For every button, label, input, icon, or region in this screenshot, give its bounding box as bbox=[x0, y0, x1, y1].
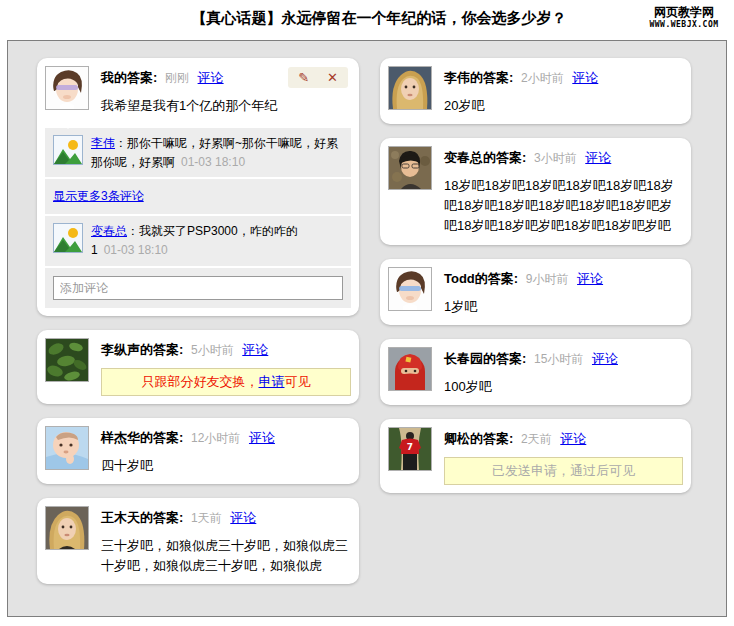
comment-separator: ： bbox=[115, 136, 127, 150]
close-icon[interactable]: ✕ bbox=[327, 71, 338, 84]
edit-icon[interactable]: ✎ bbox=[298, 71, 309, 84]
card-time: 刚刚 bbox=[165, 71, 189, 85]
watermark-name: 网页教学网 bbox=[636, 6, 732, 20]
notice-text: 只跟部分好友交换， bbox=[142, 374, 259, 389]
answer-text: 100岁吧 bbox=[444, 377, 683, 397]
notice-text: 可见 bbox=[285, 374, 311, 389]
card-time: 2小时前 bbox=[521, 71, 564, 85]
card-time: 12小时前 bbox=[191, 431, 240, 445]
apply-link[interactable]: 申请 bbox=[259, 374, 285, 389]
comments-section: 李伟：那你干嘛呢，好累啊~那你干嘛呢，好累那你呢，好累啊01-03 18:10 … bbox=[45, 128, 351, 307]
edit-strip: ✎ ✕ bbox=[288, 67, 348, 88]
comment-separator: ： bbox=[127, 224, 139, 238]
answer-card: 变春总的答案: 3小时前 评论 18岁吧18岁吧18岁吧18岁吧18岁吧18岁吧… bbox=[380, 138, 691, 244]
left-column: ✎ ✕ 我的答案: 刚刚 评论 我希望是我有1个亿的那个年纪 bbox=[37, 58, 359, 598]
comment-link[interactable]: 评论 bbox=[577, 271, 603, 286]
card-author: 王木天的答案: bbox=[101, 510, 183, 525]
answer-card: Todd的答案: 9小时前 评论 1岁吧 bbox=[380, 259, 691, 325]
photo-young-man-avatar[interactable] bbox=[388, 146, 432, 190]
card-time: 5小时前 bbox=[191, 343, 234, 357]
my-answer-card: ✎ ✕ 我的答案: 刚刚 评论 我希望是我有1个亿的那个年纪 bbox=[37, 58, 359, 316]
answer-text: 四十岁吧 bbox=[101, 456, 351, 476]
comment-link[interactable]: 评论 bbox=[560, 431, 586, 446]
card-author: 长春园的答案: bbox=[444, 351, 526, 366]
answer-text: 18岁吧18岁吧18岁吧18岁吧18岁吧18岁吧18岁吧18岁吧18岁吧18岁吧… bbox=[444, 176, 683, 236]
answer-card: 样杰华的答案: 12小时前 评论 四十岁吧 bbox=[37, 418, 359, 484]
photo-placeholder-icon bbox=[53, 223, 83, 253]
cartoon-girl-avatar[interactable] bbox=[388, 267, 432, 311]
show-more-row: 显示更多3条评论 bbox=[45, 179, 351, 214]
card-author: Todd的答案: bbox=[444, 271, 518, 286]
answers-panel: ✎ ✕ 我的答案: 刚刚 评论 我希望是我有1个亿的那个年纪 bbox=[7, 40, 727, 617]
photo-red-hat-avatar[interactable] bbox=[388, 347, 432, 391]
photo-blonde-woman-avatar[interactable] bbox=[388, 66, 432, 110]
answer-card: 李伟的答案: 2小时前 评论 20岁吧 bbox=[380, 58, 691, 124]
comment-link[interactable]: 评论 bbox=[592, 351, 618, 366]
card-author: 李纵声的答案: bbox=[101, 342, 183, 357]
photo-placeholder-icon bbox=[53, 135, 83, 165]
photo-baby-avatar[interactable] bbox=[45, 426, 89, 470]
comment-row: 李伟：那你干嘛呢，好累啊~那你干嘛呢，好累那你呢，好累啊01-03 18:10 bbox=[45, 128, 351, 177]
answer-card: 7 卿松的答案: 2天前 评论 已发送申请，通过后可见 bbox=[380, 419, 691, 493]
page-title: 【真心话题】永远停留在一个年纪的话，你会选多少岁？ bbox=[2, 0, 636, 28]
comment-link[interactable]: 评论 bbox=[230, 510, 256, 525]
answer-text: 三十岁吧，如狼似虎三十岁吧，如狼似虎三十岁吧，如狼似虎三十岁吧，如狼似虎 bbox=[101, 536, 351, 576]
comment-link[interactable]: 评论 bbox=[585, 150, 611, 165]
photo-green-leaves-avatar[interactable] bbox=[45, 338, 89, 382]
right-column: 李伟的答案: 2小时前 评论 20岁吧 变春总的答案: 3小时前 bbox=[380, 58, 691, 507]
comment-link[interactable]: 评论 bbox=[198, 70, 224, 85]
card-author: 样杰华的答案: bbox=[101, 430, 183, 445]
commenter-name-link[interactable]: 李伟 bbox=[91, 136, 115, 150]
bubble-tail bbox=[59, 119, 77, 129]
card-time: 9小时前 bbox=[526, 272, 569, 286]
answer-text: 我希望是我有1个亿的那个年纪 bbox=[101, 96, 351, 116]
comment-link[interactable]: 评论 bbox=[249, 430, 275, 445]
top-bar: 【真心话题】永远停留在一个年纪的话，你会选多少岁？ 网页教学网 WWW.WEBJ… bbox=[0, 0, 734, 40]
card-time: 1天前 bbox=[191, 511, 222, 525]
card-time: 3小时前 bbox=[534, 151, 577, 165]
answer-card: 长春园的答案: 15小时前 评论 100岁吧 bbox=[380, 339, 691, 405]
site-watermark: 网页教学网 WWW.WEBJX.COM bbox=[636, 0, 732, 29]
watermark-url: WWW.WEBJX.COM bbox=[636, 20, 732, 29]
comment-link[interactable]: 评论 bbox=[242, 342, 268, 357]
card-time: 2天前 bbox=[521, 432, 552, 446]
card-author: 李伟的答案: bbox=[444, 70, 513, 85]
request-sent-notice: 已发送申请，通过后可见 bbox=[444, 457, 683, 485]
card-author: 卿松的答案: bbox=[444, 431, 513, 446]
answer-card: 王木天的答案: 1天前 评论 三十岁吧，如狼似虎三十岁吧，如狼似虎三十岁吧，如狼… bbox=[37, 498, 359, 584]
commenter-name-link[interactable]: 变春总 bbox=[91, 224, 127, 238]
add-comment-row bbox=[45, 268, 351, 308]
svg-text:7: 7 bbox=[407, 442, 413, 452]
comment-time: 01-03 18:10 bbox=[104, 243, 168, 257]
comment-time: 01-03 18:10 bbox=[181, 155, 245, 169]
restricted-notice: 只跟部分好友交换，申请可见 bbox=[101, 368, 351, 396]
answer-text: 1岁吧 bbox=[444, 297, 683, 317]
photo-blonde-woman-avatar[interactable] bbox=[45, 506, 89, 550]
card-author: 变春总的答案: bbox=[444, 150, 526, 165]
card-author: 我的答案: bbox=[101, 70, 157, 85]
add-comment-input[interactable] bbox=[53, 276, 343, 300]
cartoon-girl-avatar[interactable] bbox=[45, 66, 89, 110]
answer-text: 20岁吧 bbox=[444, 96, 683, 116]
card-time: 15小时前 bbox=[534, 352, 583, 366]
answer-card: 李纵声的答案: 5小时前 评论 只跟部分好友交换，申请可见 bbox=[37, 330, 359, 404]
comment-link[interactable]: 评论 bbox=[572, 70, 598, 85]
comment-row: 变春总：我就买了PSP3000，咋的咋的101-03 18:10 bbox=[45, 216, 351, 265]
show-more-comments-link[interactable]: 显示更多3条评论 bbox=[53, 189, 144, 203]
photo-red-jersey-avatar[interactable]: 7 bbox=[388, 427, 432, 471]
